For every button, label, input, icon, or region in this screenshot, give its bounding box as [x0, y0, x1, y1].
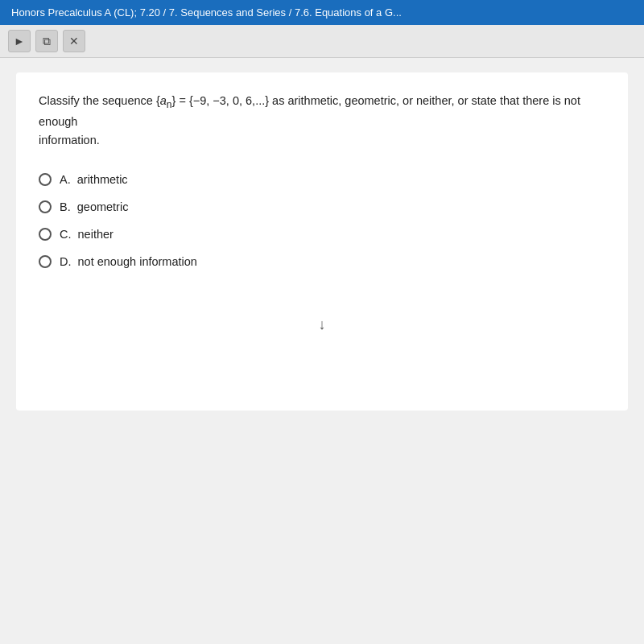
bottom-area: ↓	[39, 316, 605, 333]
content-area: Classify the sequence {an} = {−9, −3, 0,…	[16, 72, 628, 411]
question-second-line: information.	[39, 134, 100, 147]
breadcrumb: Honors Precalculus A (CL); 7.20 / 7. Seq…	[11, 6, 402, 19]
option-label-a: A. arithmetic	[60, 173, 128, 186]
close-icon: ✕	[69, 35, 79, 47]
copy-icon: ⧉	[43, 35, 51, 48]
toolbar: ► ⧉ ✕	[0, 25, 644, 58]
option-item-c[interactable]: C. neither	[39, 228, 605, 241]
option-label-d: D. not enough information	[60, 255, 197, 268]
option-item-b[interactable]: B. geometric	[39, 200, 605, 213]
copy-button[interactable]: ⧉	[35, 30, 58, 52]
radio-a[interactable]	[39, 173, 52, 186]
cursor-icon: ►	[14, 35, 25, 47]
options-list: A. arithmetic B. geometric C. neither D.…	[39, 173, 605, 268]
question-text: Classify the sequence {an} = {−9, −3, 0,…	[39, 92, 605, 151]
option-label-c: C. neither	[60, 228, 114, 241]
radio-c[interactable]	[39, 228, 52, 241]
radio-b[interactable]	[39, 200, 52, 213]
close-button[interactable]: ✕	[63, 30, 85, 52]
radio-d[interactable]	[39, 255, 52, 268]
top-bar: Honors Precalculus A (CL); 7.20 / 7. Seq…	[0, 0, 644, 25]
down-arrow-icon: ↓	[319, 316, 326, 333]
cursor-button[interactable]: ►	[8, 30, 31, 52]
option-label-b: B. geometric	[60, 200, 128, 213]
option-item-d[interactable]: D. not enough information	[39, 255, 605, 268]
option-item-a[interactable]: A. arithmetic	[39, 173, 605, 186]
